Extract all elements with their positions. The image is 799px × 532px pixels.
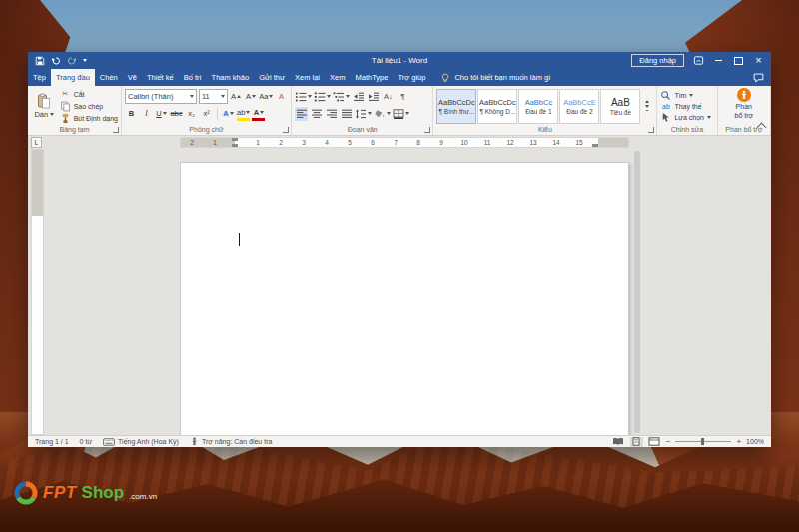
print-layout-button[interactable] — [630, 437, 643, 447]
customize-qat-chevron-icon[interactable] — [83, 59, 87, 62]
ruler-number: 15 — [575, 138, 582, 148]
align-left-button[interactable] — [295, 107, 308, 121]
grow-font-button[interactable]: A — [230, 90, 243, 104]
strikethrough-button[interactable]: abc — [170, 107, 183, 121]
styles-dialog-launcher-icon[interactable] — [648, 127, 654, 133]
paste-button[interactable]: Dán — [31, 88, 58, 124]
subscript-button[interactable]: x₂ — [185, 107, 198, 121]
document-page[interactable] — [180, 162, 629, 435]
styles-gallery-more-icon[interactable] — [645, 110, 649, 112]
borders-button[interactable] — [393, 107, 409, 121]
web-layout-button[interactable] — [648, 437, 661, 447]
paragraph-dialog-launcher-icon[interactable] — [424, 127, 430, 133]
font-color-button[interactable]: A — [252, 107, 265, 121]
style-no-spacing[interactable]: AaBbCcDc¶ Không D... — [477, 89, 517, 124]
ribbon-display-options-icon[interactable] — [693, 55, 704, 66]
zoom-slider-thumb[interactable] — [701, 438, 704, 445]
format-painter-button[interactable]: Bút Định dạng — [60, 113, 118, 124]
zoom-out-button[interactable]: − — [666, 438, 671, 446]
style-title[interactable]: AaBTiêu đề — [600, 89, 640, 124]
comment-icon[interactable] — [753, 73, 764, 83]
sign-in-button[interactable]: Đăng nhập — [631, 54, 684, 67]
justify-button[interactable] — [340, 107, 353, 121]
bold-button[interactable]: B — [125, 107, 138, 121]
minimize-button[interactable] — [713, 55, 724, 66]
tab-gui-thu[interactable]: Gửi thư — [254, 69, 290, 86]
tell-me-box[interactable]: Cho tôi biết bạn muốn làm gì — [440, 69, 550, 86]
tab-bo-tri[interactable]: Bố trí — [179, 69, 207, 86]
align-right-button[interactable] — [325, 107, 338, 121]
read-mode-button[interactable] — [612, 437, 625, 447]
save-icon[interactable] — [35, 56, 45, 66]
text-effects-button[interactable]: A — [222, 107, 235, 121]
styles-scroll-up-icon[interactable] — [645, 100, 649, 103]
highlight-color-button[interactable]: ab — [237, 107, 250, 121]
copy-button[interactable]: Sao chép — [60, 101, 118, 112]
tab-tep[interactable]: Tệp — [28, 69, 51, 86]
line-spacing-button[interactable] — [355, 107, 372, 121]
font-dialog-launcher-icon[interactable] — [283, 127, 289, 133]
show-paragraph-marks-button[interactable]: ¶ — [397, 90, 409, 104]
status-language[interactable]: Tiếng Anh (Hoa Kỳ) — [103, 438, 179, 446]
styles-scroll-down-icon[interactable] — [645, 105, 649, 108]
vertical-ruler[interactable] — [31, 149, 44, 435]
style-normal[interactable]: AaBbCcDc¶ Bình thư... — [436, 89, 476, 124]
clear-formatting-button[interactable]: A — [275, 90, 288, 104]
font-size-select[interactable]: 11 — [199, 89, 228, 104]
zoom-slider[interactable] — [675, 441, 731, 442]
first-line-indent-marker[interactable] — [232, 138, 238, 141]
status-page-count[interactable]: Trang 1 / 1 — [35, 438, 69, 445]
tab-stop-selector[interactable]: L — [31, 137, 42, 148]
numbering-icon — [314, 92, 326, 102]
accessibility-person-icon — [190, 437, 199, 446]
tab-thiet-ke[interactable]: Thiết kế — [142, 69, 179, 86]
copy-icon — [60, 101, 71, 112]
shading-button[interactable] — [374, 107, 391, 121]
find-button[interactable]: Tìm — [660, 90, 713, 101]
tab-xem[interactable]: Xem — [325, 69, 350, 86]
tab-mathtype[interactable]: MathType — [350, 69, 393, 86]
align-left-icon — [296, 109, 308, 119]
increase-indent-button[interactable] — [367, 90, 380, 104]
replace-button[interactable]: abThay thế — [660, 101, 713, 112]
decrease-indent-button[interactable] — [352, 90, 365, 104]
close-button[interactable]: × — [753, 55, 764, 66]
tab-tham-khao[interactable]: Tham khảo — [207, 69, 255, 86]
superscript-button[interactable]: x² — [200, 107, 213, 121]
left-indent-marker[interactable] — [232, 144, 238, 147]
document-area[interactable] — [28, 149, 771, 435]
zoom-in-button[interactable]: + — [736, 438, 741, 446]
undo-icon[interactable] — [51, 56, 61, 66]
select-button[interactable]: Lựa chọn — [660, 112, 713, 123]
tab-xem-lai[interactable]: Xem lại — [290, 69, 325, 86]
underline-button[interactable]: U — [155, 107, 168, 121]
font-name-select[interactable]: Calibri (Thân) — [125, 89, 197, 104]
bullets-button[interactable] — [295, 90, 312, 104]
sort-button[interactable]: A↓ — [382, 90, 395, 104]
style-heading-1[interactable]: AaBbCcĐầu đề 1 — [518, 89, 558, 124]
clipboard-dialog-launcher-icon[interactable] — [113, 127, 119, 133]
logo-fpt-text: FPT — [43, 483, 77, 503]
vertical-scrollbar[interactable] — [634, 151, 640, 433]
status-word-count[interactable]: 0 từ — [80, 438, 92, 445]
ruler-number: 1 — [213, 138, 217, 148]
status-accessibility[interactable]: Trợ năng: Cần điều tra — [190, 437, 272, 446]
maximize-button[interactable] — [733, 55, 744, 66]
horizontal-ruler[interactable]: 2 1 1 2 3 4 5 6 7 8 9 10 11 12 13 14 15 — [180, 137, 629, 148]
italic-button[interactable]: I — [140, 107, 153, 121]
ruler-number: 3 — [302, 138, 306, 148]
tab-ve[interactable]: Vẽ — [123, 69, 142, 86]
change-case-button[interactable]: Aa — [260, 90, 273, 104]
shrink-font-button[interactable]: A — [245, 90, 258, 104]
numbering-button[interactable] — [314, 90, 331, 104]
tab-tro-giup[interactable]: Trợ giúp — [393, 69, 430, 86]
tab-trang-dau[interactable]: Trang đầu — [51, 69, 95, 86]
addins-button[interactable]: Phần bổ trợ — [721, 88, 767, 119]
right-indent-marker[interactable] — [592, 144, 598, 147]
tab-chen[interactable]: Chèn — [95, 69, 123, 86]
multilevel-list-button[interactable] — [333, 90, 350, 104]
zoom-level[interactable]: 100% — [746, 438, 764, 445]
style-heading-2[interactable]: AaBbCcEĐầu đề 2 — [559, 89, 599, 124]
cut-button[interactable]: ✂Cắt — [60, 89, 118, 100]
align-center-button[interactable] — [310, 107, 323, 121]
